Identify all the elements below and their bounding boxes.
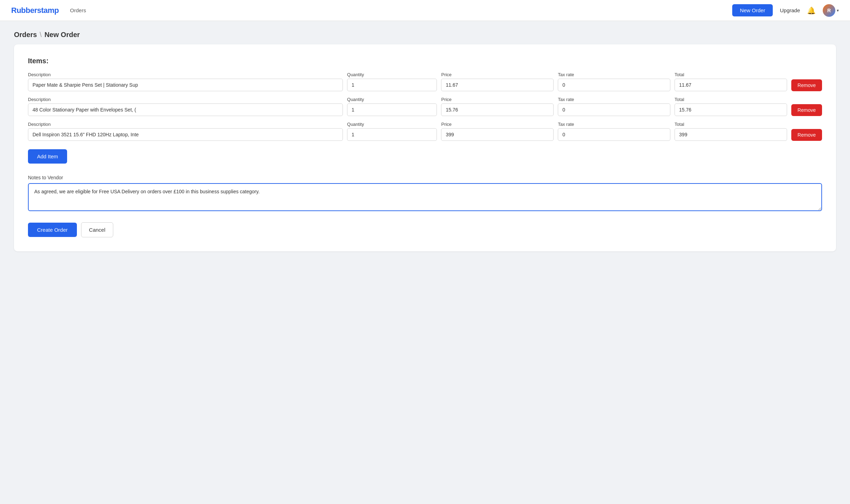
notes-textarea[interactable]: As agreed, we are eligible for Free USA …: [28, 183, 822, 211]
notes-label: Notes to Vendor: [28, 175, 822, 180]
navbar: Rubberstamp Orders New Order Upgrade 🔔 R…: [0, 0, 850, 21]
upgrade-link[interactable]: Upgrade: [780, 7, 800, 13]
price-label-2: Price: [441, 97, 554, 102]
price-label-3: Price: [441, 122, 554, 127]
quantity-label-3: Quantity: [347, 122, 437, 127]
quantity-field-group-2: Quantity: [347, 97, 437, 116]
navbar-right: New Order Upgrade 🔔 R ▾: [732, 4, 839, 17]
item-fields-1: Description Quantity Price Tax rate Tota…: [28, 72, 822, 91]
breadcrumb-separator: \: [40, 31, 42, 39]
quantity-input-2[interactable]: [347, 103, 437, 116]
description-field-group-2: Description: [28, 97, 343, 116]
remove-button-1[interactable]: Remove: [791, 79, 822, 91]
brand-logo: Rubberstamp: [11, 6, 59, 15]
quantity-input-3[interactable]: [347, 128, 437, 141]
tax-rate-label-1: Tax rate: [558, 72, 670, 77]
remove-button-3[interactable]: Remove: [791, 129, 822, 141]
table-row: Description Quantity Price Tax rate Tota…: [28, 97, 822, 116]
price-field-group-1: Price: [441, 72, 554, 91]
item-fields-3: Description Quantity Price Tax rate Tota…: [28, 122, 822, 141]
total-input-1[interactable]: [675, 79, 787, 91]
quantity-label-2: Quantity: [347, 97, 437, 102]
nav-orders-link[interactable]: Orders: [70, 7, 86, 13]
tax-rate-field-group-2: Tax rate: [558, 97, 670, 116]
price-field-group-2: Price: [441, 97, 554, 116]
description-label-2: Description: [28, 97, 343, 102]
description-input-1[interactable]: [28, 79, 343, 91]
total-field-group-2: Total: [675, 97, 787, 116]
description-input-3[interactable]: [28, 128, 343, 141]
quantity-field-group-3: Quantity: [347, 122, 437, 141]
avatar-wrapper[interactable]: R ▾: [823, 4, 839, 17]
create-order-button[interactable]: Create Order: [28, 223, 77, 237]
tax-rate-field-group-1: Tax rate: [558, 72, 670, 91]
notes-section: Notes to Vendor As agreed, we are eligib…: [28, 175, 822, 213]
tax-rate-input-2[interactable]: [558, 103, 670, 116]
tax-rate-field-group-3: Tax rate: [558, 122, 670, 141]
breadcrumb-current: New Order: [44, 31, 80, 39]
total-label-3: Total: [675, 122, 787, 127]
tax-rate-label-3: Tax rate: [558, 122, 670, 127]
quantity-label-1: Quantity: [347, 72, 437, 77]
tax-rate-label-2: Tax rate: [558, 97, 670, 102]
items-title: Items:: [28, 57, 822, 65]
bell-icon[interactable]: 🔔: [807, 6, 816, 15]
quantity-field-group-1: Quantity: [347, 72, 437, 91]
price-field-group-3: Price: [441, 122, 554, 141]
price-label-1: Price: [441, 72, 554, 77]
add-item-button[interactable]: Add Item: [28, 149, 67, 164]
total-label-1: Total: [675, 72, 787, 77]
total-input-2[interactable]: [675, 103, 787, 116]
description-field-group-3: Description: [28, 122, 343, 141]
item-fields-2: Description Quantity Price Tax rate Tota…: [28, 97, 822, 116]
total-field-group-3: Total: [675, 122, 787, 141]
breadcrumb-parent[interactable]: Orders: [14, 31, 37, 39]
cancel-button[interactable]: Cancel: [81, 222, 114, 237]
total-input-3[interactable]: [675, 128, 787, 141]
price-input-1[interactable]: [441, 79, 554, 91]
description-field-group-1: Description: [28, 72, 343, 91]
new-order-button[interactable]: New Order: [732, 4, 773, 16]
page-header: Orders \ New Order: [0, 21, 850, 44]
chevron-down-icon: ▾: [837, 8, 839, 13]
description-label-3: Description: [28, 122, 343, 127]
table-row: Description Quantity Price Tax rate Tota…: [28, 72, 822, 91]
avatar: R: [823, 4, 835, 17]
total-field-group-1: Total: [675, 72, 787, 91]
main-card: Items: Description Quantity Price Tax ra…: [14, 44, 836, 251]
price-input-3[interactable]: [441, 128, 554, 141]
remove-button-2[interactable]: Remove: [791, 104, 822, 116]
description-input-2[interactable]: [28, 103, 343, 116]
items-section: Items: Description Quantity Price Tax ra…: [28, 57, 822, 164]
table-row: Description Quantity Price Tax rate Tota…: [28, 122, 822, 141]
tax-rate-input-1[interactable]: [558, 79, 670, 91]
description-label-1: Description: [28, 72, 343, 77]
quantity-input-1[interactable]: [347, 79, 437, 91]
form-actions: Create Order Cancel: [28, 222, 822, 237]
total-label-2: Total: [675, 97, 787, 102]
price-input-2[interactable]: [441, 103, 554, 116]
breadcrumb: Orders \ New Order: [14, 31, 836, 39]
tax-rate-input-3[interactable]: [558, 128, 670, 141]
